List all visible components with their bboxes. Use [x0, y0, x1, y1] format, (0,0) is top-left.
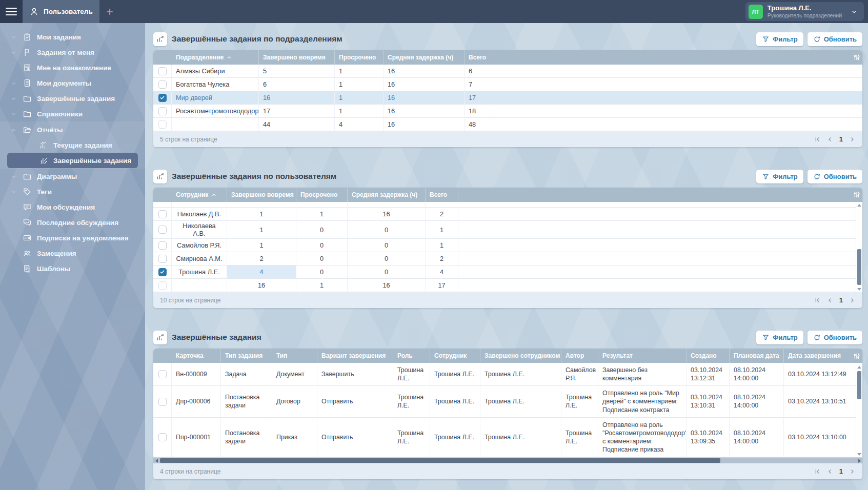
next-page-button[interactable] [849, 297, 856, 304]
sidebar-item-завершённые-задания[interactable]: Завершённые задания [7, 91, 138, 106]
first-page-button[interactable] [814, 297, 821, 304]
table-row[interactable]: Самойлов Р.Я.1001 [153, 239, 862, 252]
cell: Ппр-000001 [172, 418, 221, 458]
vertical-scrollbar[interactable] [856, 202, 862, 292]
column-header-всего[interactable]: Всего [426, 188, 458, 202]
row-checkbox[interactable] [158, 281, 167, 290]
chevron-down-icon[interactable] [10, 95, 23, 102]
row-checkbox[interactable] [158, 268, 167, 276]
sidebar-item-замещения[interactable]: Замещения [7, 246, 138, 261]
column-header-завершено-сотрудником[interactable]: Завершено сотрудником [480, 349, 561, 363]
column-header-создано[interactable]: Создано [687, 349, 730, 363]
row-checkbox[interactable] [158, 120, 167, 129]
sidebar-item-текущие-задания[interactable]: Текущие задания [7, 137, 138, 153]
chevron-down-icon[interactable] [10, 34, 23, 40]
column-settings-icon[interactable] [853, 188, 861, 202]
row-checkbox[interactable] [158, 94, 167, 102]
column-header-средняя-задержка-ч-[interactable]: Средняя задержка (ч) [348, 188, 426, 202]
sidebar-item-отчёты[interactable]: Отчёты [7, 122, 138, 137]
tab-user[interactable]: Пользователь [23, 0, 99, 23]
chevron-down-icon[interactable] [10, 189, 23, 195]
sidebar-item-подписки-на-уведомления[interactable]: Подписки на уведомления [7, 230, 138, 246]
chevron-down-icon[interactable] [10, 173, 23, 180]
prev-page-button[interactable] [826, 468, 834, 475]
column-header-карточка[interactable]: Карточка [172, 349, 221, 363]
next-page-button[interactable] [849, 136, 856, 143]
horizontal-scrollbar[interactable] [153, 457, 862, 463]
user-menu[interactable]: ЛТ Трошина Л.Е. Руководитель подразделен… [745, 2, 864, 21]
row-checkbox[interactable] [158, 255, 167, 263]
filter-button[interactable]: Фильтр [756, 32, 803, 46]
column-header-сотрудник[interactable]: Сотрудник [430, 349, 480, 363]
table-row[interactable]: Алмазы Сибири51166 [153, 65, 862, 78]
table-row[interactable]: Богатства Чулека61167 [153, 78, 862, 91]
column-header-автор[interactable]: Автор [561, 349, 598, 363]
prev-page-button[interactable] [826, 136, 834, 143]
column-header-завершено-вовремя[interactable]: Завершено вовремя [259, 50, 335, 65]
sidebar-item-завершённые-задания[interactable]: Завершённые задания [7, 153, 138, 168]
column-header-просрочено[interactable]: Просрочено [296, 188, 348, 202]
column-settings-icon[interactable] [853, 50, 861, 65]
refresh-button[interactable]: Обновить [808, 331, 862, 344]
chevron-down-icon[interactable] [10, 111, 23, 117]
sidebar-item-теги[interactable]: Теги [7, 184, 138, 199]
table-row[interactable]: Николаев Д.В.11162 [153, 208, 862, 221]
sidebar-item-мои-обсуждения[interactable]: Мои обсуждения [7, 199, 138, 215]
chevron-down-icon[interactable] [10, 49, 23, 56]
column-header-тип[interactable]: Тип [272, 349, 317, 363]
chevron-down-icon[interactable] [10, 80, 23, 87]
table-row[interactable]: Ппр-000001Постановка задачиПриказОтправи… [153, 418, 862, 458]
column-header-сотрудник[interactable]: Сотрудник [172, 188, 227, 202]
sidebar-item-справочники[interactable]: Справочники [7, 106, 138, 121]
sidebar-item-задания-от-меня[interactable]: Задания от меня [7, 45, 138, 60]
column-header-средняя-задержка-ч-[interactable]: Средняя задержка (ч) [383, 50, 465, 65]
column-header-всего[interactable]: Всего [465, 50, 495, 65]
sidebar-item-диаграммы[interactable]: Диаграммы [7, 169, 138, 184]
row-checkbox[interactable] [158, 241, 167, 250]
chevron-up-icon[interactable] [10, 127, 23, 133]
next-page-button[interactable] [849, 468, 856, 475]
menu-button[interactable] [0, 0, 23, 23]
filter-button[interactable]: Фильтр [756, 331, 803, 344]
table-row[interactable]: Дпр-000006Постановка задачиДоговорОтправ… [153, 386, 862, 417]
sidebar-item-последние-обсуждения[interactable]: Последние обсуждения [7, 215, 138, 230]
totals-row[interactable]: 4441648 [153, 118, 862, 131]
table-row[interactable]: Росавтометромотовододор1711618 [153, 105, 862, 118]
column-header-результат[interactable]: Результат [598, 349, 687, 363]
row-checkbox[interactable] [158, 370, 167, 378]
totals-row[interactable]: 1611617 [153, 279, 862, 292]
sidebar-item-мои-документы[interactable]: Мои документы [7, 75, 138, 91]
table-row[interactable]: Трошина Л.Е.4004 [153, 266, 862, 279]
filter-button[interactable]: Фильтр [756, 170, 803, 183]
row-checkbox[interactable] [158, 433, 167, 441]
sidebar-item-шаблоны[interactable]: Шаблоны [7, 261, 138, 276]
new-tab-button[interactable]: + [99, 0, 120, 23]
refresh-button[interactable]: Обновить [808, 170, 862, 183]
prev-page-button[interactable] [826, 297, 834, 304]
first-page-button[interactable] [814, 136, 821, 143]
column-header-вариант-завершения[interactable]: Вариант завершения [317, 349, 393, 363]
row-checkbox[interactable] [158, 226, 167, 234]
first-page-button[interactable] [814, 468, 821, 475]
column-settings-icon[interactable] [853, 349, 861, 364]
column-header-просрочено[interactable]: Просрочено [335, 50, 383, 65]
refresh-button[interactable]: Обновить [808, 32, 862, 46]
row-checkbox[interactable] [158, 80, 167, 89]
sidebar-item-мне-на-ознакомление[interactable]: Мне на ознакомление [7, 60, 138, 75]
table-row[interactable]: Мир дверей1611617 [153, 91, 862, 105]
table-row[interactable]: Николаева А.В.1001 [153, 221, 862, 239]
row-checkbox[interactable] [158, 210, 167, 218]
table-row[interactable]: Смирнова А.М.2002 [153, 252, 862, 266]
column-header-роль[interactable]: Роль [393, 349, 430, 363]
sidebar-item-мои-задания[interactable]: Мои задания [7, 29, 138, 45]
row-checkbox[interactable] [158, 67, 167, 75]
column-header-плановая-дата[interactable]: Плановая дата [730, 349, 784, 363]
row-checkbox[interactable] [158, 398, 167, 406]
column-header-завершено-вовремя[interactable]: Завершено вовремя [227, 188, 296, 202]
column-header-подразделение[interactable]: Подразделение [172, 50, 259, 65]
column-header-дата-завершения[interactable]: Дата завершения [784, 349, 862, 363]
column-header-тип-задания[interactable]: Тип задания [221, 349, 272, 363]
row-checkbox[interactable] [158, 107, 167, 115]
table-row[interactable]: Вн-000009ЗадачаДокументЗавершитьТрошина … [153, 363, 862, 386]
vertical-scrollbar[interactable] [856, 364, 862, 457]
